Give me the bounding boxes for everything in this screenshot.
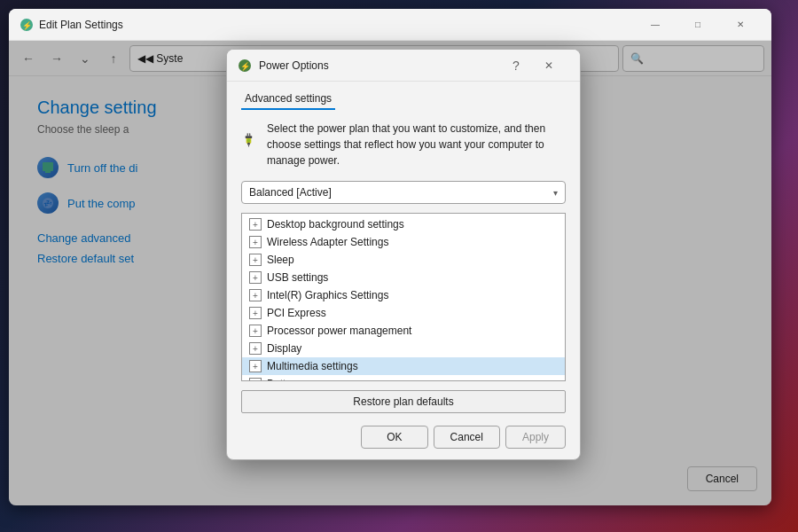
dialog-close-button[interactable]: ✕ [528, 52, 569, 79]
power-plug-icon [241, 121, 256, 156]
expand-icon-display[interactable]: + [249, 342, 262, 355]
advanced-settings-tab[interactable]: Advanced settings [241, 92, 335, 110]
restore-plan-defaults-button[interactable]: Restore plan defaults [241, 390, 566, 413]
dialog-buttons: OK Cancel Apply [241, 422, 566, 449]
dialog-titlebar: ⚡ Power Options ? ✕ [227, 50, 580, 82]
plan-dropdown[interactable]: Balanced [Active] ▾ [241, 181, 566, 204]
svg-rect-12 [247, 143, 250, 145]
list-item-label-wireless: Wireless Adapter Settings [267, 236, 388, 248]
list-item-usb[interactable]: + USB settings [242, 269, 565, 286]
svg-rect-11 [249, 133, 250, 137]
dialog-help-button[interactable]: ? [505, 55, 527, 76]
apply-button[interactable]: Apply [505, 426, 566, 449]
maximize-button[interactable]: □ [677, 12, 718, 38]
list-item-label-sleep: Sleep [267, 254, 294, 266]
list-item-sleep[interactable]: + Sleep [242, 251, 565, 269]
dialog-content: Advanced settings Select the power plan … [227, 82, 580, 459]
dialog-description-text: Select the power plan that you want to c… [267, 121, 566, 168]
svg-rect-10 [247, 133, 248, 137]
ok-button[interactable]: OK [361, 426, 427, 449]
list-item-label-processor: Processor power management [267, 325, 411, 337]
bg-titlebar: ⚡ Edit Plan Settings — □ ✕ [9, 9, 771, 41]
list-item-label-usb: USB settings [267, 271, 328, 284]
bg-window-controls: — □ ✕ [635, 12, 761, 38]
close-button[interactable]: ✕ [720, 12, 761, 38]
bg-window-icon: ⚡ [20, 18, 34, 32]
list-item-label-desktop-bg: Desktop background settings [267, 218, 404, 231]
list-item-label-display: Display [267, 342, 301, 355]
expand-icon-multimedia[interactable]: + [249, 360, 262, 372]
cancel-button[interactable]: Cancel [434, 426, 500, 449]
dialog-title-text: Power Options [259, 59, 505, 72]
dialog-description: Select the power plan that you want to c… [241, 121, 566, 168]
svg-rect-13 [248, 145, 249, 147]
svg-rect-9 [246, 136, 253, 138]
dialog-power-icon: ⚡ [238, 59, 252, 73]
settings-list-container[interactable]: + Desktop background settings + Wireless… [241, 213, 566, 381]
minimize-button[interactable]: — [635, 12, 676, 38]
list-item-multimedia[interactable]: + Multimedia settings [242, 357, 565, 375]
list-item-pci-express[interactable]: + PCI Express [242, 304, 565, 322]
list-item-display[interactable]: + Display [242, 340, 565, 357]
list-item-label-battery: Battery [267, 378, 301, 381]
list-item-label-intel: Intel(R) Graphics Settings [267, 289, 388, 301]
expand-icon-battery[interactable]: + [249, 378, 262, 381]
expand-icon-usb[interactable]: + [249, 271, 262, 284]
svg-text:⚡: ⚡ [240, 60, 251, 71]
expand-icon-desktop-bg[interactable]: + [249, 218, 262, 231]
bg-window-title: Edit Plan Settings [39, 19, 635, 31]
plan-dropdown-value: Balanced [Active] [249, 186, 553, 199]
list-item-battery[interactable]: + Battery [242, 375, 565, 381]
list-item-processor[interactable]: + Processor power management [242, 322, 565, 340]
expand-icon-processor[interactable]: + [249, 325, 262, 337]
list-item-wireless[interactable]: + Wireless Adapter Settings [242, 233, 565, 251]
power-options-dialog: ⚡ Power Options ? ✕ Advanced settings Se… [226, 49, 581, 460]
list-item-label-pci: PCI Express [267, 307, 326, 319]
expand-icon-pci[interactable]: + [249, 307, 262, 319]
svg-text:⚡: ⚡ [22, 20, 33, 31]
settings-list: + Desktop background settings + Wireless… [242, 214, 565, 381]
svg-point-14 [247, 138, 251, 142]
list-item-label-multimedia: Multimedia settings [267, 360, 358, 372]
expand-icon-wireless[interactable]: + [249, 236, 262, 248]
dropdown-arrow-icon: ▾ [553, 188, 558, 198]
expand-icon-intel[interactable]: + [249, 289, 262, 301]
expand-icon-sleep[interactable]: + [249, 254, 262, 266]
list-item-intel-graphics[interactable]: + Intel(R) Graphics Settings [242, 286, 565, 304]
list-item-desktop-bg[interactable]: + Desktop background settings [242, 215, 565, 233]
